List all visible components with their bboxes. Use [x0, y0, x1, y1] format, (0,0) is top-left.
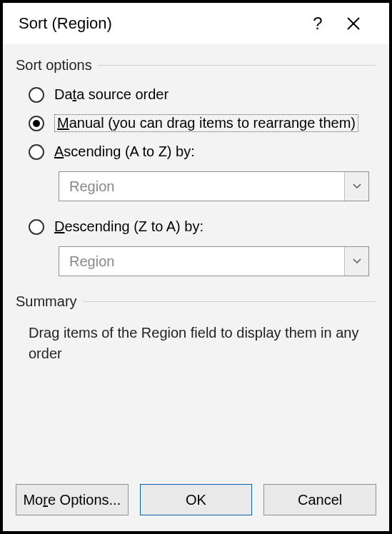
dialog-content: Sort options Data source order Manual (y…	[3, 44, 389, 484]
radio-icon[interactable]	[29, 144, 44, 160]
dropdown-value: Region	[69, 253, 114, 270]
more-options-button[interactable]: More Options...	[16, 484, 129, 515]
sort-options-label: Sort options	[16, 57, 92, 74]
ascending-field-dropdown[interactable]: Region	[59, 171, 369, 201]
radio-ascending[interactable]: Ascending (A to Z) by:	[29, 143, 376, 160]
chevron-down-icon[interactable]	[344, 247, 368, 276]
divider	[98, 65, 376, 66]
dropdown-value: Region	[69, 178, 114, 195]
summary-group-header: Summary	[16, 293, 376, 310]
radio-descending[interactable]: Descending (Z to A) by:	[29, 218, 376, 235]
radio-data-source-order[interactable]: Data source order	[29, 86, 376, 103]
summary-label: Summary	[16, 293, 77, 310]
chevron-down-icon[interactable]	[344, 172, 368, 201]
radio-icon[interactable]	[29, 219, 44, 235]
button-bar: More Options... OK Cancel	[3, 484, 389, 531]
dialog-title: Sort (Region)	[19, 14, 303, 33]
radio-label[interactable]: Manual (you can drag items to rearrange …	[54, 114, 358, 132]
ok-button[interactable]: OK	[140, 484, 253, 515]
radio-manual[interactable]: Manual (you can drag items to rearrange …	[29, 114, 376, 132]
radio-icon[interactable]	[29, 87, 44, 103]
help-icon[interactable]: ?	[303, 14, 332, 34]
divider	[83, 301, 376, 302]
radio-label[interactable]: Descending (Z to A) by:	[54, 218, 203, 235]
sort-options-group-header: Sort options	[16, 57, 376, 74]
summary-text: Drag items of the Region field to displa…	[29, 323, 371, 364]
radio-icon[interactable]	[29, 116, 44, 131]
cancel-button[interactable]: Cancel	[263, 484, 376, 515]
radio-label[interactable]: Ascending (A to Z) by:	[54, 143, 195, 160]
close-icon[interactable]	[332, 16, 375, 31]
descending-field-dropdown[interactable]: Region	[59, 246, 369, 276]
sort-dialog: Sort (Region) ? Sort options Data source…	[0, 0, 392, 534]
titlebar: Sort (Region) ?	[3, 3, 389, 44]
radio-label[interactable]: Data source order	[54, 86, 169, 103]
